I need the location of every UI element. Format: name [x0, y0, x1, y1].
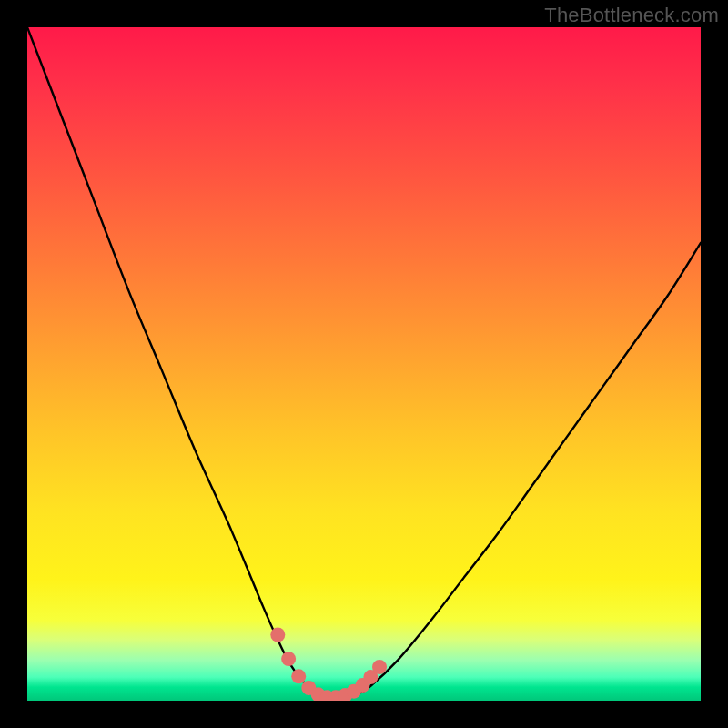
- plot-area: [27, 27, 701, 701]
- sweet-spot-dot: [281, 652, 296, 666]
- sweet-spot-dot: [291, 669, 306, 683]
- chart-frame: TheBottleneck.com: [0, 0, 728, 728]
- watermark-label: TheBottleneck.com: [544, 4, 719, 27]
- curve-layer: [27, 27, 701, 701]
- sweet-spot-dot: [270, 627, 285, 642]
- bottleneck-curve: [27, 27, 701, 698]
- sweet-spot-dot: [372, 660, 387, 674]
- sweet-spot-markers: [270, 627, 387, 701]
